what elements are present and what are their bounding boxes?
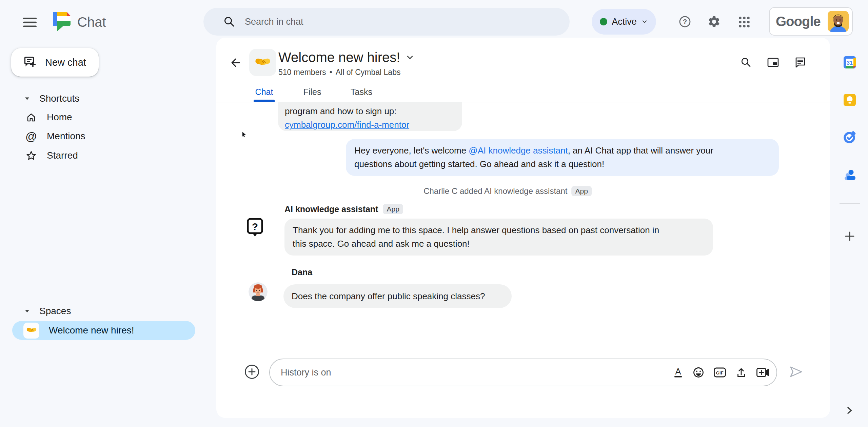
- system-event-text: Charlie C added AI knowledge assistant: [423, 186, 567, 196]
- sidebar-item-starred[interactable]: Starred: [22, 148, 78, 163]
- upload-button[interactable]: [735, 366, 747, 379]
- space-avatar-handshake-icon: [249, 49, 276, 76]
- mention-ai-knowledge-assistant[interactable]: @AI knowledge assistant: [469, 145, 568, 156]
- threads-button[interactable]: [794, 56, 807, 69]
- keep-app-button[interactable]: [843, 93, 856, 107]
- sidebar-item-space-welcome-new-hires[interactable]: Welcome new hires!: [12, 321, 195, 340]
- pop-out-chat-button[interactable]: [767, 56, 780, 69]
- tab-tasks[interactable]: Tasks: [348, 87, 375, 97]
- emoji-button[interactable]: [692, 366, 705, 379]
- video-camera-plus-icon: [756, 367, 770, 378]
- emoji-icon: [692, 366, 705, 379]
- org-audience: All of Cymbal Labs: [336, 68, 401, 77]
- message-text: this space. Go ahead and ask me a questi…: [293, 237, 704, 250]
- message-sender-row: AI knowledge assistant App: [284, 204, 403, 215]
- add-attachment-button[interactable]: [244, 364, 260, 380]
- chevron-down-icon: [406, 53, 414, 62]
- picture-in-picture-icon: [767, 57, 779, 68]
- sender-name: AI knowledge assistant: [284, 204, 378, 214]
- search-icon: [223, 16, 235, 28]
- format-button[interactable]: A: [673, 366, 684, 379]
- status-label: Active: [612, 17, 637, 27]
- sidebar-item-mentions[interactable]: @ Mentions: [22, 129, 85, 143]
- message-text: program and how to sign up:: [285, 104, 453, 118]
- tasks-app-button[interactable]: [843, 130, 856, 144]
- message-text: Thank you for adding me to this space. I…: [293, 223, 704, 237]
- subtitle-dot: •: [330, 68, 332, 77]
- message-icon: [794, 57, 806, 68]
- new-chat-button[interactable]: New chat: [11, 48, 99, 77]
- conversation-panel: Welcome new hires! 510 members • All of …: [216, 38, 830, 418]
- contacts-app-button[interactable]: [843, 168, 856, 181]
- send-icon: [789, 365, 803, 379]
- search-input[interactable]: [245, 17, 502, 27]
- mentions-at-icon: @: [22, 130, 40, 143]
- shortcuts-section-header[interactable]: Shortcuts: [24, 92, 79, 105]
- hamburger-icon: [22, 16, 37, 28]
- search-in-space-button[interactable]: [739, 56, 752, 69]
- rail-divider: [840, 203, 860, 204]
- keep-icon: [843, 93, 856, 107]
- product-name: Chat: [77, 15, 106, 30]
- member-count[interactable]: 510 members: [278, 68, 326, 77]
- sidebar-item-home[interactable]: Home: [22, 110, 72, 124]
- apps-grid-icon: [738, 16, 750, 28]
- message-input[interactable]: [281, 367, 673, 378]
- google-chat-app: Chat Active ?: [0, 0, 868, 427]
- page-title: Welcome new hires!: [278, 50, 400, 65]
- message-bubble-ai: Thank you for adding me to this space. I…: [284, 219, 713, 256]
- chevron-right-icon: [845, 406, 854, 415]
- svg-text:?: ?: [683, 18, 687, 25]
- help-button[interactable]: ?: [678, 15, 692, 28]
- space-subtitle: 510 members • All of Cymbal Labs: [278, 67, 400, 77]
- add-icon: [844, 231, 855, 242]
- home-icon: [22, 112, 40, 123]
- search-icon: [740, 57, 752, 68]
- arrow-left-icon: [229, 56, 242, 69]
- contacts-icon: [843, 168, 856, 181]
- tasks-icon: [843, 130, 856, 144]
- mentor-link[interactable]: cymbalgroup.com/find-a-mentor: [285, 120, 409, 130]
- calendar-app-button[interactable]: 31: [843, 56, 856, 69]
- video-meeting-button[interactable]: [756, 367, 770, 378]
- caret-down-icon: [24, 96, 31, 102]
- chat-product-logo: [53, 12, 72, 32]
- system-event: Charlie C added AI knowledge assistant A…: [423, 186, 592, 197]
- search-bar[interactable]: [203, 8, 570, 36]
- back-button[interactable]: [229, 56, 242, 69]
- calendar-icon: 31: [843, 56, 856, 69]
- tab-chat[interactable]: Chat: [249, 87, 279, 97]
- plus-circle-icon: [244, 364, 260, 380]
- google-logo: Google: [776, 14, 821, 29]
- apps-grid-button[interactable]: [738, 16, 751, 28]
- space-title-menu[interactable]: Welcome new hires!: [278, 49, 414, 65]
- gif-icon: GIF: [713, 367, 726, 378]
- svg-text:?: ?: [252, 221, 258, 232]
- tab-files[interactable]: Files: [299, 87, 326, 97]
- sender-name: Dana: [292, 267, 312, 277]
- send-button[interactable]: [789, 365, 803, 379]
- gear-icon: [707, 15, 721, 28]
- star-icon: [22, 150, 40, 161]
- get-add-ons-button[interactable]: [844, 231, 855, 242]
- status-selector[interactable]: Active: [592, 9, 656, 35]
- active-status-dot-icon: [600, 18, 607, 25]
- settings-button[interactable]: [707, 15, 721, 28]
- avatar[interactable]: [828, 11, 849, 32]
- chevron-down-icon: [641, 18, 648, 25]
- handshake-emoji-icon: [23, 323, 39, 339]
- message-compose-bar: A GIF: [269, 359, 777, 386]
- svg-text:31: 31: [847, 60, 853, 66]
- spaces-section-header[interactable]: Spaces: [24, 305, 71, 318]
- caret-down-icon: [24, 308, 31, 314]
- app-badge: App: [383, 204, 403, 214]
- message-text: Hey everyone, let's welcome @AI knowledg…: [354, 144, 769, 157]
- expand-side-panel-button[interactable]: [844, 405, 854, 415]
- app-badge: App: [571, 186, 591, 196]
- message-text: questions about getting started. Go ahea…: [354, 157, 769, 171]
- main-menu-button[interactable]: [21, 16, 39, 29]
- message-bubble-announcement: Hey everyone, let's welcome @AI knowledg…: [346, 139, 779, 176]
- help-icon: ?: [678, 15, 691, 28]
- gif-button[interactable]: GIF: [713, 367, 726, 378]
- new-chat-icon: [23, 56, 36, 68]
